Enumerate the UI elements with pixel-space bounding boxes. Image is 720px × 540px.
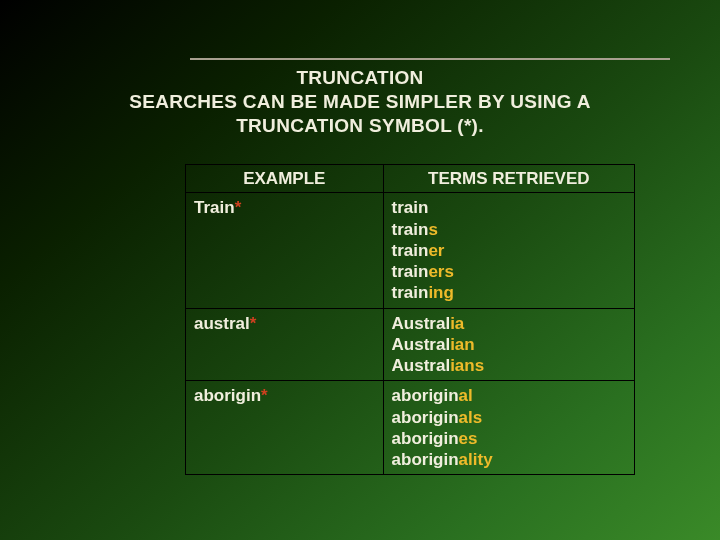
term: Australia: [392, 313, 626, 334]
term-suffix: ers: [428, 262, 454, 281]
term-suffix: ia: [450, 314, 464, 333]
term: aboriginals: [392, 407, 626, 428]
asterisk-icon: *: [261, 386, 268, 405]
cell-example: aborigin*: [186, 381, 384, 475]
term-stem: Austral: [392, 356, 451, 375]
cell-example: austral*: [186, 308, 384, 381]
cell-terms: AustraliaAustralianAustralians: [383, 308, 634, 381]
table-row: Train*traintrainstrainertrainerstraining: [186, 193, 635, 308]
table-header-row: EXAMPLE TERMS RETRIEVED: [186, 165, 635, 193]
header-example: EXAMPLE: [186, 165, 384, 193]
term: train: [392, 197, 626, 218]
asterisk-icon: *: [250, 314, 257, 333]
term-suffix: ians: [450, 356, 484, 375]
truncation-table: EXAMPLE TERMS RETRIEVED Train*traintrain…: [185, 164, 635, 475]
example-stem: aborigin: [194, 386, 261, 405]
asterisk-icon: *: [235, 198, 242, 217]
term: trainers: [392, 261, 626, 282]
cell-example: Train*: [186, 193, 384, 308]
term: aborigines: [392, 428, 626, 449]
table-row: austral*AustraliaAustralianAustralians: [186, 308, 635, 381]
term-stem: Austral: [392, 335, 451, 354]
title-line2: SEARCHES CAN BE MADE SIMPLER BY USING A: [129, 91, 590, 112]
table-row: aborigin*aboriginalaboriginalsaborigines…: [186, 381, 635, 475]
header-terms: TERMS RETRIEVED: [383, 165, 634, 193]
cell-terms: traintrainstrainertrainerstraining: [383, 193, 634, 308]
term-suffix: s: [428, 220, 437, 239]
term-suffix: er: [428, 241, 444, 260]
term-stem: aborigin: [392, 408, 459, 427]
term-suffix: al: [459, 386, 473, 405]
example-stem: Train: [194, 198, 235, 217]
term-stem: aborigin: [392, 386, 459, 405]
term-stem: train: [392, 283, 429, 302]
term: aboriginal: [392, 385, 626, 406]
term: aboriginality: [392, 449, 626, 470]
title-line1: TRUNCATION: [296, 67, 423, 88]
term-stem: Austral: [392, 314, 451, 333]
slide-title: TRUNCATION SEARCHES CAN BE MADE SIMPLER …: [0, 66, 720, 137]
term: Australian: [392, 334, 626, 355]
term-stem: train: [392, 198, 429, 217]
term-suffix: ality: [459, 450, 493, 469]
term-suffix: als: [459, 408, 483, 427]
term: Australians: [392, 355, 626, 376]
term-suffix: ing: [428, 283, 454, 302]
term-stem: train: [392, 220, 429, 239]
example-stem: austral: [194, 314, 250, 333]
term-suffix: ian: [450, 335, 475, 354]
term-suffix: es: [459, 429, 478, 448]
term-stem: train: [392, 262, 429, 281]
term: trains: [392, 219, 626, 240]
term-stem: aborigin: [392, 429, 459, 448]
title-line3: TRUNCATION SYMBOL (*).: [236, 115, 484, 136]
term-stem: train: [392, 241, 429, 260]
divider-rule: [190, 58, 670, 60]
term-stem: aborigin: [392, 450, 459, 469]
term: training: [392, 282, 626, 303]
cell-terms: aboriginalaboriginalsaboriginesaborigina…: [383, 381, 634, 475]
term: trainer: [392, 240, 626, 261]
